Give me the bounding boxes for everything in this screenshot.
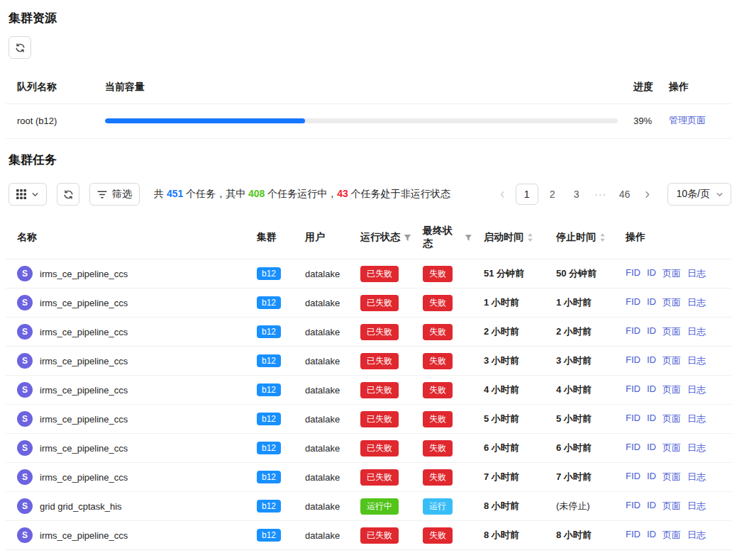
action-link-日志[interactable]: 日志 bbox=[687, 296, 706, 309]
pagination-ellipsis[interactable]: ··· bbox=[591, 184, 611, 205]
action-link-页面[interactable]: 页面 bbox=[663, 354, 681, 367]
total-count: 451 bbox=[167, 188, 183, 199]
page: 集群资源 队列名称 当前容量 进度 操作 root (b12) 39% 管理页面… bbox=[0, 0, 737, 560]
action-link-id[interactable]: ID bbox=[647, 529, 656, 542]
avatar: S bbox=[17, 469, 33, 485]
action-link-页面[interactable]: 页面 bbox=[663, 442, 681, 454]
manage-page-link[interactable]: 管理页面 bbox=[669, 115, 706, 125]
action-link-日志[interactable]: 日志 bbox=[687, 267, 706, 280]
task-name: irms_ce_pipeline_ccs bbox=[40, 472, 128, 483]
progress-percent: 39% bbox=[624, 116, 669, 126]
filter-button-label: 筛选 bbox=[112, 188, 132, 201]
start-time: 4 小时前 bbox=[472, 383, 545, 396]
final-status-badge: 失败 bbox=[423, 411, 453, 427]
running-count: 408 bbox=[248, 188, 265, 199]
column-header-stop-time[interactable]: 停止时间 bbox=[545, 231, 614, 244]
action-link-id[interactable]: ID bbox=[647, 267, 656, 280]
resources-refresh-button[interactable] bbox=[9, 36, 31, 59]
table-row: S irms_ce_pipeline_ccs b12 datalake 已失败 … bbox=[6, 289, 731, 318]
user-cell: datalake bbox=[294, 327, 349, 337]
action-link-fid[interactable]: FID bbox=[626, 383, 641, 396]
action-link-页面[interactable]: 页面 bbox=[663, 383, 681, 396]
page-size-label: 10条/页 bbox=[677, 188, 710, 201]
refresh-icon bbox=[63, 189, 74, 200]
tasks-refresh-button[interactable] bbox=[57, 183, 79, 206]
column-settings-button[interactable] bbox=[9, 183, 47, 206]
action-link-日志[interactable]: 日志 bbox=[687, 413, 706, 425]
row-actions: FIDID页面日志 bbox=[614, 471, 731, 483]
action-link-页面[interactable]: 页面 bbox=[663, 529, 681, 542]
action-link-fid[interactable]: FID bbox=[626, 325, 641, 338]
action-link-页面[interactable]: 页面 bbox=[663, 325, 681, 338]
action-link-日志[interactable]: 日志 bbox=[687, 500, 706, 513]
action-link-id[interactable]: ID bbox=[647, 325, 656, 338]
sorter-icon[interactable] bbox=[527, 233, 533, 242]
user-cell: datalake bbox=[294, 530, 349, 541]
sorter-icon[interactable] bbox=[599, 233, 606, 242]
row-actions: FIDID页面日志 bbox=[614, 325, 731, 338]
action-link-id[interactable]: ID bbox=[647, 413, 656, 425]
pagination-page-46[interactable]: 46 bbox=[615, 184, 635, 205]
chevron-down-icon bbox=[716, 191, 724, 198]
chevron-down-icon bbox=[31, 191, 39, 198]
pagination-next-button[interactable] bbox=[639, 184, 656, 205]
run-status-badge: 已失败 bbox=[360, 469, 399, 486]
action-link-fid[interactable]: FID bbox=[626, 529, 641, 542]
action-link-fid[interactable]: FID bbox=[626, 354, 641, 367]
action-link-fid[interactable]: FID bbox=[626, 500, 641, 513]
action-link-日志[interactable]: 日志 bbox=[687, 529, 706, 542]
cluster-tag: b12 bbox=[257, 267, 281, 280]
pagination-page-2[interactable]: 2 bbox=[543, 184, 563, 205]
action-link-页面[interactable]: 页面 bbox=[663, 413, 681, 425]
run-status-badge: 已失败 bbox=[360, 295, 399, 311]
start-time: 5 小时前 bbox=[472, 413, 545, 425]
column-header-name: 名称 bbox=[6, 231, 245, 244]
action-link-页面[interactable]: 页面 bbox=[663, 471, 681, 483]
user-cell: datalake bbox=[294, 269, 349, 279]
action-link-id[interactable]: ID bbox=[647, 296, 656, 309]
table-row: S irms_ce_pipeline_ccs b12 datalake 已失败 … bbox=[6, 405, 731, 434]
action-link-fid[interactable]: FID bbox=[626, 267, 641, 280]
action-link-id[interactable]: ID bbox=[647, 500, 656, 513]
action-link-日志[interactable]: 日志 bbox=[687, 383, 706, 396]
filter-funnel-icon[interactable] bbox=[404, 234, 411, 242]
run-status-badge: 已失败 bbox=[360, 353, 399, 369]
stop-time: 50 分钟前 bbox=[545, 267, 614, 280]
action-link-fid[interactable]: FID bbox=[626, 296, 641, 309]
filter-funnel-icon[interactable] bbox=[465, 234, 472, 242]
run-status-badge: 已失败 bbox=[360, 440, 399, 457]
column-header-run-status[interactable]: 运行状态 bbox=[349, 231, 411, 244]
stop-time: 7 小时前 bbox=[545, 471, 614, 483]
action-link-页面[interactable]: 页面 bbox=[663, 296, 681, 309]
action-link-id[interactable]: ID bbox=[647, 354, 656, 367]
stop-time: 2 小时前 bbox=[545, 325, 614, 338]
action-link-页面[interactable]: 页面 bbox=[663, 267, 681, 280]
pagination-prev-button[interactable] bbox=[494, 184, 511, 205]
action-link-页面[interactable]: 页面 bbox=[663, 500, 681, 513]
action-link-fid[interactable]: FID bbox=[626, 413, 641, 425]
chevron-left-icon bbox=[499, 191, 506, 198]
action-link-fid[interactable]: FID bbox=[626, 442, 641, 454]
column-header-queue: 队列名称 bbox=[6, 81, 105, 94]
action-link-id[interactable]: ID bbox=[647, 471, 656, 483]
action-link-日志[interactable]: 日志 bbox=[687, 471, 706, 483]
column-header-final-status[interactable]: 最终状态 bbox=[411, 225, 472, 250]
column-header-start-time[interactable]: 启动时间 bbox=[472, 231, 545, 244]
pagination-page-1[interactable]: 1 bbox=[516, 184, 538, 205]
task-name: grid grid_cptask_his bbox=[40, 501, 122, 512]
action-link-日志[interactable]: 日志 bbox=[687, 325, 706, 338]
resources-table-row: root (b12) 39% 管理页面 bbox=[6, 104, 731, 139]
start-time: 7 小时前 bbox=[472, 471, 545, 483]
pagination-page-3[interactable]: 3 bbox=[567, 184, 587, 205]
action-link-id[interactable]: ID bbox=[647, 442, 656, 454]
action-link-id[interactable]: ID bbox=[647, 383, 656, 396]
row-actions: FIDID页面日志 bbox=[614, 529, 731, 542]
table-row: S irms_ce_pipeline_ccs b12 datalake 已失败 … bbox=[6, 347, 731, 376]
action-link-日志[interactable]: 日志 bbox=[687, 354, 706, 367]
page-size-select[interactable]: 10条/页 bbox=[667, 183, 731, 206]
filter-icon bbox=[97, 190, 107, 199]
action-link-fid[interactable]: FID bbox=[626, 471, 641, 483]
action-link-日志[interactable]: 日志 bbox=[687, 442, 706, 454]
filter-button[interactable]: 筛选 bbox=[89, 183, 140, 206]
cluster-tag: b12 bbox=[257, 296, 281, 309]
